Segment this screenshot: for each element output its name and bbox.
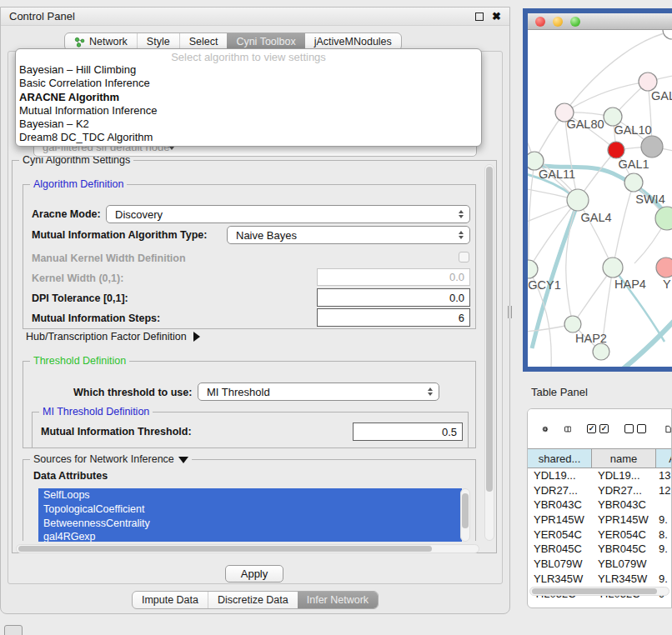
dpi-tolerance-field[interactable]: 0.0 — [317, 288, 470, 307]
data-attribute-gal4rgexp[interactable]: gal4RGexp — [38, 530, 462, 542]
kernel-width-field[interactable]: 0.0 — [317, 268, 470, 286]
settings-vertical-scrollbar[interactable] — [484, 164, 494, 541]
network-edge[interactable] — [566, 200, 578, 324]
table-cell[interactable]: YDL19... — [528, 468, 592, 483]
table-cell[interactable]: 13 — [656, 468, 671, 483]
algorithm-option-basic-correlation-inference[interactable]: Basic Correlation Inference — [16, 77, 481, 90]
table-cell[interactable]: 9. — [656, 512, 671, 528]
deselect-all-columns-icon[interactable] — [624, 424, 646, 433]
which-threshold-combo[interactable]: MI Threshold — [198, 382, 439, 401]
select-all-columns-icon[interactable]: ✓✓ — [587, 424, 609, 433]
tab-style[interactable]: Style — [137, 33, 179, 50]
settings-horizontal-scrollbar[interactable] — [16, 544, 479, 553]
table-cell[interactable] — [656, 557, 671, 572]
tab-network[interactable]: Network — [65, 33, 137, 50]
data-attribute-selfloops[interactable]: SelfLoops — [38, 488, 462, 502]
table-row[interactable]: YBR043CYBR043C — [528, 498, 671, 512]
column-header-shared[interactable]: shared... — [528, 448, 592, 468]
table-row[interactable]: YLR345WYLR345W9. — [528, 572, 671, 587]
attributes-list-scrollbar[interactable] — [460, 488, 470, 542]
tab-discretize-data[interactable]: Discretize Data — [208, 592, 298, 608]
table-cell[interactable]: YBR045C — [528, 542, 592, 557]
table-row[interactable]: YER054CYER054C8. — [528, 528, 671, 542]
network-edge[interactable] — [529, 200, 578, 269]
table-cell[interactable]: YBL079W — [528, 557, 592, 572]
split-columns-icon[interactable] — [564, 422, 571, 436]
table-row[interactable]: YDR27...YDR27...12 — [528, 483, 671, 498]
tab-select[interactable]: Select — [179, 33, 228, 50]
manual-kernel-width-label: Manual Kernel Width Definition — [32, 252, 186, 264]
table-horizontal-scrollbar[interactable] — [529, 587, 669, 596]
algorithm-option-mutual-information-inference[interactable]: Mutual Information Inference — [16, 104, 481, 118]
apply-button[interactable]: Apply — [225, 565, 283, 582]
manual-kernel-width-checkbox[interactable] — [459, 252, 469, 262]
close-panel-icon[interactable]: ✖ — [492, 12, 501, 21]
gear-icon[interactable] — [542, 422, 549, 437]
table-cell[interactable]: YPR145W — [592, 512, 656, 528]
data-attribute-betweennesscentrality[interactable]: BetweennessCentrality — [38, 517, 462, 531]
table-cell[interactable] — [656, 498, 671, 512]
hub-definition-toggle[interactable]: Hub/Transcription Factor Definition — [26, 331, 200, 342]
algorithm-option-bayesian-hill-climbing[interactable]: Bayesian – Hill Climbing — [16, 63, 481, 77]
zoom-window-icon[interactable] — [570, 17, 580, 27]
table-cell[interactable]: YPR145W — [528, 512, 592, 528]
network-node-gal[interactable] — [639, 72, 657, 91]
column-header-name[interactable]: name — [592, 448, 656, 468]
node-label: GAL — [651, 89, 672, 102]
network-node[interactable] — [593, 343, 609, 360]
network-node[interactable] — [663, 30, 672, 39]
table-cell[interactable]: YER054C — [592, 528, 656, 542]
table-cell[interactable]: 9. — [656, 542, 671, 557]
table-cell[interactable]: YLR345W — [528, 572, 592, 587]
table-cell[interactable]: 9. — [656, 572, 671, 587]
mi-algorithm-type-combo[interactable]: Naive Bayes — [227, 226, 470, 244]
table-cell[interactable]: YER054C — [528, 528, 592, 542]
network-node-gal4[interactable] — [567, 189, 589, 211]
mi-steps-field[interactable]: 6 — [317, 308, 470, 327]
table-cell[interactable]: YLR345W — [592, 572, 656, 587]
network-node[interactable] — [655, 207, 672, 230]
mi-algorithm-type-value: Naive Bayes — [236, 229, 297, 242]
mi-threshold-field[interactable]: 0.5 — [353, 422, 463, 441]
table-cell[interactable]: YBR045C — [592, 542, 656, 557]
data-attribute-topologicalcoefficient[interactable]: TopologicalCoefficient — [38, 502, 462, 517]
network-canvas[interactable]: GALGAL80GAL10GAL1GAL11SWI4GAL4GCY1HAP4YH… — [528, 30, 672, 367]
network-node-gcy1[interactable] — [528, 260, 538, 278]
network-node[interactable] — [641, 136, 663, 158]
panel-splitter-handle[interactable] — [508, 306, 512, 318]
float-window-icon[interactable] — [475, 12, 484, 21]
algorithm-option-aracne-algorithm[interactable]: ARACNE Algorithm — [16, 91, 481, 104]
table-row[interactable]: YBR045CYBR045C9. — [528, 542, 671, 557]
algorithm-option-dream8-dc-tdc-algorithm[interactable]: Dream8 DC_TDC Algorithm — [16, 131, 481, 144]
close-window-icon[interactable] — [535, 17, 545, 27]
sources-group-title[interactable]: Sources for Network Inference — [30, 453, 192, 465]
table-cell[interactable]: YDR27... — [528, 483, 592, 498]
table-cell[interactable]: YDL19... — [592, 468, 656, 483]
table-row[interactable]: YBL079WYBL079W — [528, 557, 671, 572]
network-node-gal1[interactable] — [608, 142, 624, 158]
aracne-mode-combo[interactable]: Discovery — [106, 205, 470, 223]
tab-impute-data[interactable]: Impute Data — [133, 592, 208, 608]
network-node-y[interactable] — [656, 258, 672, 278]
network-edge[interactable] — [613, 182, 634, 268]
network-window-titlebar[interactable] — [528, 13, 672, 30]
column-header-a[interactable]: A — [656, 448, 672, 468]
table-cell[interactable]: 12 — [656, 483, 671, 498]
network-node-hap4[interactable] — [603, 258, 623, 278]
network-node-swi4[interactable] — [624, 173, 643, 192]
table-cell[interactable]: YBR043C — [528, 498, 592, 512]
minimize-window-icon[interactable] — [553, 17, 563, 27]
table-cell[interactable]: YBR043C — [592, 498, 656, 512]
tab-jactivemnodules[interactable]: jActiveMNodules — [305, 33, 401, 50]
table-cell[interactable]: 8. — [656, 528, 671, 542]
dock-panel-button[interactable] — [4, 625, 23, 635]
tab-infer-network[interactable]: Infer Network — [298, 592, 378, 608]
table-row[interactable]: YPR145WYPR145W9. — [528, 512, 671, 528]
network-node-hap2[interactable] — [564, 316, 581, 332]
new-column-icon[interactable] — [665, 421, 671, 438]
algorithm-option-bayesian-k2[interactable]: Bayesian – K2 — [16, 118, 481, 131]
table-cell[interactable]: YBL079W — [592, 557, 656, 572]
table-cell[interactable]: YDR27... — [592, 483, 656, 498]
tab-cyni-toolbox[interactable]: Cyni Toolbox — [227, 33, 304, 50]
table-row[interactable]: YDL19...YDL19...13 — [528, 468, 671, 483]
